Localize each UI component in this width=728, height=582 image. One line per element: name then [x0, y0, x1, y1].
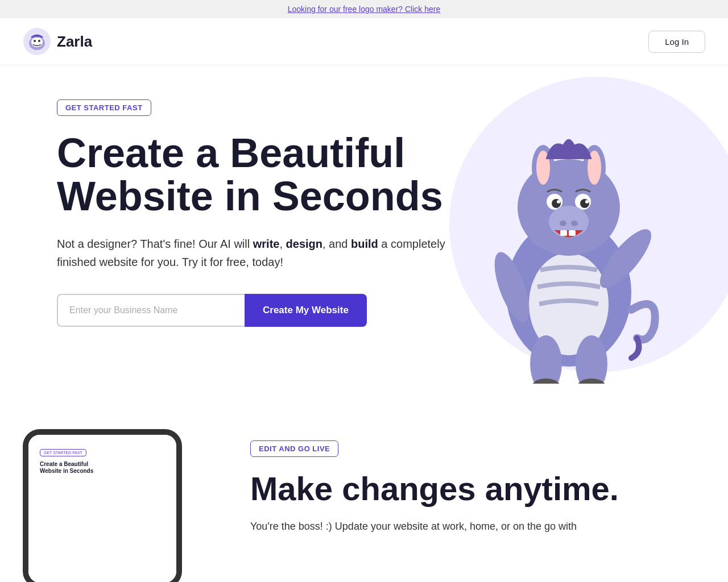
svg-point-19 — [560, 221, 566, 226]
top-banner: Looking for our free logo maker? Click h… — [0, 0, 728, 18]
desc-bold1: write — [253, 238, 280, 250]
logo-maker-link[interactable]: Looking for our free logo maker? Click h… — [288, 5, 440, 14]
svg-rect-22 — [569, 230, 576, 236]
hero-description: Not a designer? That's fine! Our AI will… — [57, 235, 455, 271]
svg-point-20 — [571, 221, 578, 226]
second-title: Make changes anytime. — [250, 471, 682, 507]
desc-sep1: , — [279, 238, 286, 250]
phone-mockup: GET STARTED FAST Create a BeautifulWebsi… — [23, 406, 216, 582]
second-section: GET STARTED FAST Create a BeautifulWebsi… — [0, 384, 728, 582]
svg-rect-21 — [560, 230, 567, 236]
svg-point-15 — [580, 199, 589, 208]
mascot-illustration — [455, 99, 694, 384]
phone-screen: GET STARTED FAST Create a BeautifulWebsi… — [28, 435, 176, 582]
phone-frame: GET STARTED FAST Create a BeautifulWebsi… — [23, 429, 182, 582]
svg-point-3 — [34, 40, 36, 42]
svg-point-14 — [552, 199, 561, 208]
hero-section: GET STARTED FAST Create a Beautiful Webs… — [0, 65, 728, 384]
header: Zarla Log In — [0, 18, 728, 65]
zarla-logo-icon — [23, 27, 51, 56]
svg-point-16 — [557, 200, 560, 203]
hero-title: Create a Beautiful Website in Seconds — [57, 132, 455, 218]
business-name-input[interactable] — [57, 294, 245, 327]
phone-screen-title: Create a BeautifulWebsite in Seconds — [40, 461, 165, 475]
second-content: EDIT AND GO LIVE Make changes anytime. Y… — [216, 406, 682, 535]
desc-bold3: build — [351, 238, 378, 250]
hero-content: GET STARTED FAST Create a Beautiful Webs… — [57, 99, 455, 361]
desc-sep2: , and — [322, 238, 351, 250]
second-badge: EDIT AND GO LIVE — [250, 440, 338, 457]
phone-screen-badge: GET STARTED FAST — [40, 449, 86, 456]
hero-badge: GET STARTED FAST — [57, 99, 151, 116]
cta-area: Create My Website — [57, 294, 455, 327]
logo-text: Zarla — [57, 33, 92, 51]
second-description: You're the boss! :) Update your website … — [250, 518, 682, 535]
create-website-button[interactable]: Create My Website — [245, 294, 367, 327]
logo[interactable]: Zarla — [23, 27, 92, 56]
desc-prefix: Not a designer? That's fine! Our AI will — [57, 238, 253, 250]
svg-point-17 — [585, 200, 589, 203]
desc-bold2: design — [286, 238, 322, 250]
svg-point-4 — [38, 40, 40, 42]
login-button[interactable]: Log In — [648, 31, 705, 53]
